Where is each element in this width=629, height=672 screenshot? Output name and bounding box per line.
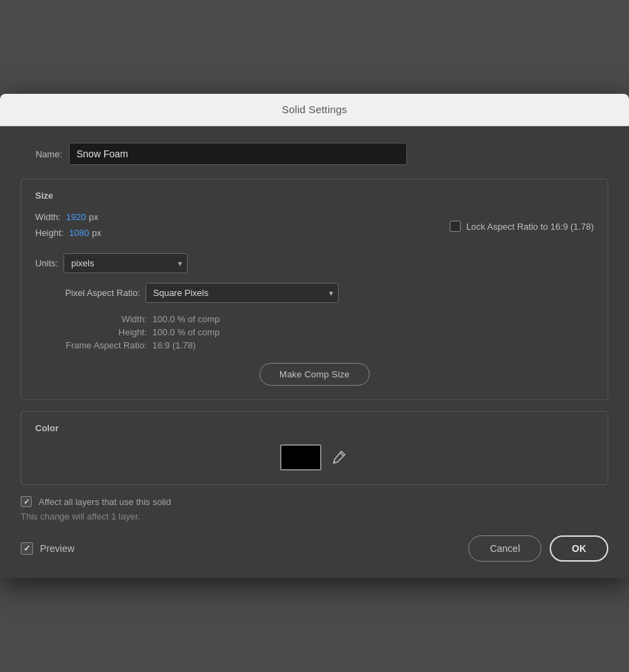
cancel-button[interactable]: Cancel xyxy=(468,535,541,562)
solid-settings-dialog: Solid Settings Name: Size Width: 1920 px xyxy=(0,94,629,578)
info-width-label: Width: xyxy=(35,314,152,324)
par-label: Pixel Aspect Ratio: xyxy=(35,288,146,298)
frame-aspect-label: Frame Aspect Ratio: xyxy=(35,340,152,350)
eyedropper-icon xyxy=(331,450,346,465)
affect-all-checkbox[interactable] xyxy=(21,496,32,507)
size-section-label: Size xyxy=(35,190,594,201)
width-row: Width: 1920 px xyxy=(35,212,101,222)
preview-label: Preview xyxy=(40,543,74,554)
par-select[interactable]: Square Pixels D1/DV NTSC (0.91) D1/DV NT… xyxy=(146,283,339,303)
color-swatch[interactable] xyxy=(280,444,321,471)
info-width-row: Width: 100.0 % of comp xyxy=(35,314,594,324)
units-row: Units: pixels inches centimeters millime… xyxy=(35,253,594,273)
preview-checkbox[interactable] xyxy=(21,542,33,555)
width-px: px xyxy=(89,212,99,222)
name-input[interactable] xyxy=(69,143,407,165)
footer-row: Preview Cancel OK xyxy=(21,535,608,562)
title-bar: Solid Settings xyxy=(0,94,629,126)
par-row: Pixel Aspect Ratio: Square Pixels D1/DV … xyxy=(35,283,594,303)
dialog-body: Name: Size Width: 1920 px Height: xyxy=(0,126,629,578)
height-px: px xyxy=(92,228,101,238)
info-height-row: Height: 100.0 % of comp xyxy=(35,327,594,337)
preview-row: Preview xyxy=(21,542,74,555)
info-height-value: 100.0 % of comp xyxy=(152,327,220,337)
affect-all-label: Affect all layers that use this solid xyxy=(39,497,171,507)
footer-buttons: Cancel OK xyxy=(468,535,608,562)
frame-aspect-row: Frame Aspect Ratio: 16:9 (1.78) xyxy=(35,340,594,350)
lock-aspect-label: Lock Aspect Ratio to 16:9 (1.78) xyxy=(466,221,594,232)
name-label: Name: xyxy=(21,149,62,159)
color-section-label: Color xyxy=(35,423,594,433)
ok-button[interactable]: OK xyxy=(550,535,608,562)
units-select[interactable]: pixels inches centimeters millimeters po… xyxy=(63,253,188,273)
change-notice: This change will affect 1 layer. xyxy=(21,511,608,522)
svg-point-0 xyxy=(333,462,335,464)
info-height-label: Height: xyxy=(35,327,152,337)
size-section: Size Width: 1920 px Height: 1080 px xyxy=(21,179,608,400)
lock-aspect-checkbox[interactable] xyxy=(450,221,461,232)
lock-aspect-row: Lock Aspect Ratio to 16:9 (1.78) xyxy=(429,221,594,232)
dialog-title: Solid Settings xyxy=(282,103,348,115)
frame-aspect-value: 16:9 (1.78) xyxy=(152,340,196,350)
height-value[interactable]: 1080 xyxy=(69,228,89,238)
color-section: Color xyxy=(21,411,608,485)
height-row: Height: 1080 px xyxy=(35,228,101,238)
width-label: Width: xyxy=(35,212,66,222)
units-select-wrapper: pixels inches centimeters millimeters po… xyxy=(63,253,188,273)
make-comp-size-button[interactable]: Make Comp Size xyxy=(259,363,370,386)
eyedropper-button[interactable] xyxy=(328,447,349,468)
width-value[interactable]: 1920 xyxy=(66,212,86,222)
height-label: Height: xyxy=(35,228,69,238)
par-select-wrapper: Square Pixels D1/DV NTSC (0.91) D1/DV NT… xyxy=(146,283,339,303)
name-row: Name: xyxy=(21,143,608,165)
affect-all-row: Affect all layers that use this solid xyxy=(21,496,608,507)
units-label: Units: xyxy=(35,258,63,268)
info-width-value: 100.0 % of comp xyxy=(152,314,220,324)
color-picker-row xyxy=(35,444,594,471)
